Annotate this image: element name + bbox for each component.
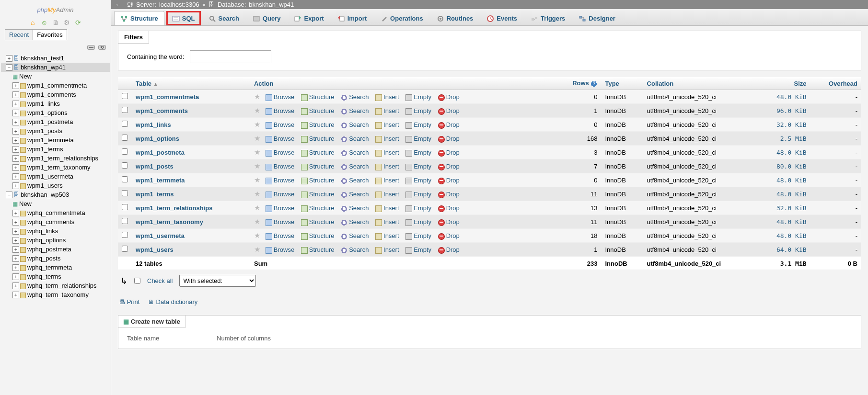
tab-events[interactable]: Events: [481, 11, 523, 25]
insert-link[interactable]: Insert: [375, 191, 399, 198]
new-table-node[interactable]: ▦New: [1, 72, 110, 81]
structure-link[interactable]: Structure: [301, 218, 335, 226]
search-link[interactable]: Search: [341, 246, 369, 253]
expander-icon[interactable]: +: [12, 137, 19, 144]
tab-routines[interactable]: Routines: [431, 11, 479, 25]
filter-input[interactable]: [190, 50, 271, 63]
structure-link[interactable]: Structure: [301, 246, 335, 253]
empty-link[interactable]: Empty: [405, 149, 431, 156]
search-link[interactable]: Search: [341, 163, 369, 170]
tab-import[interactable]: Import: [332, 11, 372, 25]
tab-structure[interactable]: Structure: [114, 11, 164, 25]
row-checkbox[interactable]: [122, 93, 128, 99]
table-name-link[interactable]: wpm1_postmeta: [136, 149, 185, 156]
tab-recent[interactable]: Recent: [5, 29, 33, 40]
tab-export[interactable]: Export: [288, 11, 329, 25]
expander-icon[interactable]: +: [12, 182, 19, 189]
col-rows[interactable]: Rows ?: [556, 77, 602, 90]
browse-link[interactable]: Browse: [266, 93, 294, 101]
col-table[interactable]: Table ▲: [132, 77, 250, 90]
row-checkbox[interactable]: [122, 246, 128, 252]
row-checkbox[interactable]: [122, 121, 128, 127]
db-node[interactable]: +🗄bknskhan_test1: [1, 54, 110, 63]
search-link[interactable]: Search: [341, 204, 369, 212]
empty-link[interactable]: Empty: [405, 218, 431, 226]
browse-link[interactable]: Browse: [266, 204, 294, 212]
database-name[interactable]: bknskhan_wp41: [249, 1, 294, 8]
search-link[interactable]: Search: [341, 93, 369, 101]
row-checkbox[interactable]: [122, 148, 128, 155]
col-overhead[interactable]: Overhead: [810, 77, 861, 90]
table-node[interactable]: +wpm1_term_relationships: [1, 154, 110, 163]
favorite-star-icon[interactable]: ★: [254, 203, 260, 212]
table-node[interactable]: +wphq_term_taxonomy: [1, 290, 110, 299]
collapse-icon[interactable]: —: [87, 45, 95, 50]
empty-link[interactable]: Empty: [405, 135, 431, 142]
table-node[interactable]: +wphq_options: [1, 236, 110, 245]
search-link[interactable]: Search: [341, 232, 369, 239]
drop-link[interactable]: Drop: [438, 191, 460, 198]
drop-link[interactable]: Drop: [438, 121, 460, 128]
docs-icon[interactable]: 🗎: [52, 19, 59, 26]
empty-link[interactable]: Empty: [405, 93, 431, 101]
table-node[interactable]: +wphq_comments: [1, 217, 110, 226]
drop-link[interactable]: Drop: [438, 163, 460, 170]
table-node[interactable]: +wphq_terms: [1, 272, 110, 281]
table-node[interactable]: +wpm1_comments: [1, 90, 110, 99]
table-node[interactable]: +wpm1_termmeta: [1, 135, 110, 145]
help-icon[interactable]: ?: [590, 80, 597, 87]
data-dictionary-link[interactable]: 🗎 Data dictionary: [148, 298, 197, 305]
home-icon[interactable]: ⌂: [29, 19, 36, 26]
db-node[interactable]: −🗄bknskhan_wp41: [1, 63, 110, 72]
favorite-star-icon[interactable]: ★: [254, 120, 260, 128]
expander-icon[interactable]: +: [12, 91, 19, 98]
drop-link[interactable]: Drop: [438, 93, 460, 101]
favorite-star-icon[interactable]: ★: [254, 190, 260, 198]
structure-link[interactable]: Structure: [301, 107, 335, 114]
tab-sql[interactable]: SQL: [166, 11, 201, 25]
new-table-node[interactable]: ▦New: [1, 199, 110, 208]
search-link[interactable]: Search: [341, 107, 369, 114]
check-all-checkbox[interactable]: [134, 278, 140, 284]
settings-icon[interactable]: ⚙: [63, 19, 70, 26]
reload-icon[interactable]: ⟳: [74, 19, 82, 26]
tab-search[interactable]: Search: [203, 11, 245, 25]
browse-link[interactable]: Browse: [266, 246, 294, 253]
expander-icon[interactable]: +: [6, 55, 12, 62]
insert-link[interactable]: Insert: [375, 246, 399, 253]
expander-icon[interactable]: +: [12, 246, 19, 253]
browse-link[interactable]: Browse: [266, 121, 294, 128]
insert-link[interactable]: Insert: [375, 107, 399, 114]
table-name-link[interactable]: wpm1_termmeta: [136, 177, 185, 184]
expander-icon[interactable]: +: [12, 273, 19, 280]
table-node[interactable]: +wpm1_users: [1, 181, 110, 190]
drop-link[interactable]: Drop: [438, 232, 460, 239]
expander-icon[interactable]: +: [12, 155, 19, 162]
favorite-star-icon[interactable]: ★: [254, 162, 260, 170]
tab-favorites[interactable]: Favorites: [33, 29, 67, 40]
expander-icon[interactable]: +: [12, 237, 19, 244]
drop-link[interactable]: Drop: [438, 149, 460, 156]
expander-icon[interactable]: +: [12, 210, 19, 216]
expander-icon[interactable]: +: [12, 228, 19, 235]
table-node[interactable]: +wpm1_links: [1, 99, 110, 108]
insert-link[interactable]: Insert: [375, 232, 399, 239]
insert-link[interactable]: Insert: [375, 218, 399, 226]
expander-icon[interactable]: +: [12, 110, 19, 116]
col-size[interactable]: Size: [757, 77, 810, 90]
browse-link[interactable]: Browse: [266, 232, 294, 239]
table-name-link[interactable]: wpm1_commentmeta: [136, 93, 199, 101]
expander-icon[interactable]: +: [12, 219, 19, 226]
favorite-star-icon[interactable]: ★: [254, 92, 260, 101]
row-checkbox[interactable]: [122, 218, 128, 224]
structure-link[interactable]: Structure: [301, 121, 335, 128]
expander-icon[interactable]: +: [12, 292, 19, 298]
table-node[interactable]: +wpm1_terms: [1, 145, 110, 154]
favorite-star-icon[interactable]: ★: [254, 176, 260, 184]
table-node[interactable]: +wpm1_postmeta: [1, 117, 110, 126]
table-node[interactable]: +wphq_postmeta: [1, 245, 110, 254]
expander-icon[interactable]: +: [12, 119, 19, 125]
structure-link[interactable]: Structure: [301, 204, 335, 212]
search-link[interactable]: Search: [341, 149, 369, 156]
table-node[interactable]: +wphq_termmeta: [1, 263, 110, 272]
